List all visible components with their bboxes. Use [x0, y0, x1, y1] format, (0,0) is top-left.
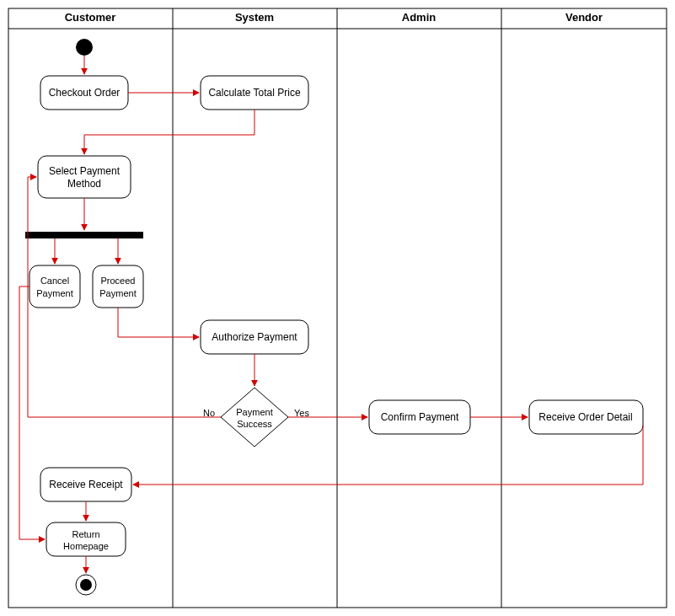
- node-receive-detail-label: Receive Order Detail: [538, 411, 632, 423]
- node-return-l2: Homepage: [63, 541, 109, 551]
- node-proceed-l1: Proceed: [101, 276, 136, 286]
- edge-proceed-authorize: [118, 308, 199, 337]
- node-proceed-payment: [93, 265, 143, 308]
- edge-yes-label: Yes: [294, 408, 309, 418]
- activity-diagram: Customer System Admin Vendor Checkout Or…: [0, 0, 675, 616]
- node-select-payment-l1: Select Payment: [49, 165, 121, 177]
- final-node-dot: [80, 579, 92, 591]
- lane-header-vendor: Vendor: [565, 11, 603, 24]
- lane-header-admin: Admin: [402, 11, 437, 24]
- node-decision: [221, 388, 288, 447]
- node-return-l1: Return: [72, 529, 99, 539]
- fork-bar: [25, 232, 143, 238]
- node-select-payment-l2: Method: [67, 178, 101, 190]
- node-cancel-l2: Payment: [36, 288, 72, 298]
- edge-no-label: No: [203, 408, 215, 418]
- node-return-homepage: [46, 522, 126, 556]
- lane-header-system: System: [235, 11, 274, 24]
- node-authorize-label: Authorize Payment: [212, 331, 297, 343]
- edge-cancel-return: [19, 287, 45, 539]
- initial-node: [76, 39, 93, 56]
- node-cancel-payment: [29, 265, 80, 308]
- node-confirm-label: Confirm Payment: [381, 411, 459, 423]
- node-decision-l1: Payment: [236, 407, 272, 417]
- node-decision-l2: Success: [237, 419, 272, 429]
- node-proceed-l2: Payment: [99, 288, 136, 298]
- node-checkout-order-label: Checkout Order: [49, 87, 121, 99]
- edge-calc-select: [84, 110, 254, 154]
- node-cancel-l1: Cancel: [40, 276, 69, 286]
- node-receive-receipt-label: Receive Receipt: [49, 479, 123, 490]
- lane-header-customer: Customer: [65, 11, 116, 24]
- node-calculate-total-label: Calculate Total Price: [208, 87, 300, 99]
